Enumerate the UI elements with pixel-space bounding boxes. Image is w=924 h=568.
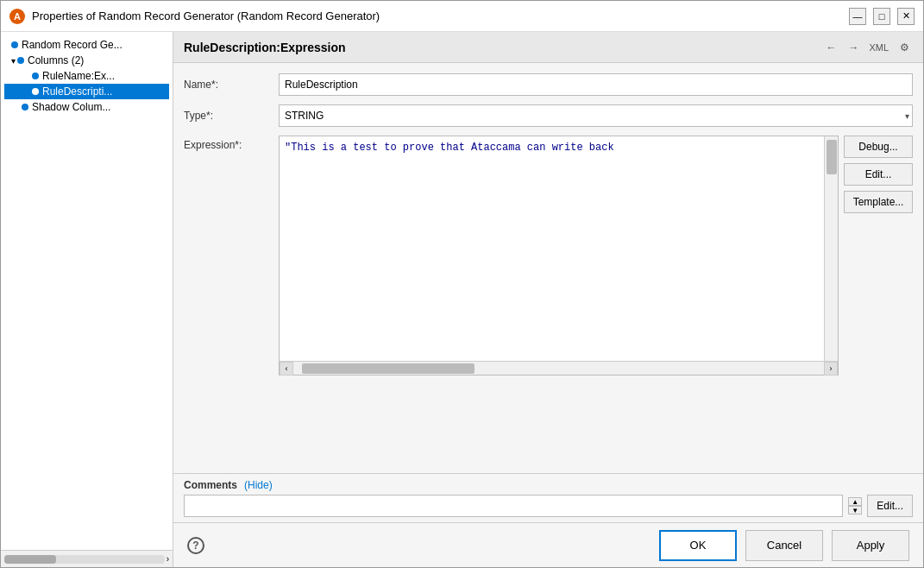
spinner-down-button[interactable]: ▼ [848, 506, 862, 514]
panel-title: RuleDescription:Expression [184, 41, 346, 54]
cancel-button[interactable]: Cancel [745, 530, 823, 561]
panel-header-icons: ← → XML ⚙ [822, 39, 913, 56]
expression-label: Expression*: [184, 136, 279, 151]
h-scroll-track[interactable] [293, 363, 824, 374]
tree-item-shadow-column[interactable]: Shadow Colum... [4, 99, 169, 115]
comments-label: Comments [184, 479, 237, 491]
comments-hide-link[interactable]: (Hide) [244, 479, 273, 491]
expression-buttons: Debug... Edit... Template... [844, 136, 913, 376]
tree-item-ruledescription[interactable]: RuleDescripti... [4, 84, 169, 99]
debug-button[interactable]: Debug... [844, 136, 913, 158]
scroll-left-arrow[interactable]: ‹ [280, 362, 293, 376]
name-label: Name*: [184, 79, 279, 91]
editor-scrollbar[interactable] [824, 136, 838, 361]
type-select-wrapper: STRING INTEGER FLOAT DATE BOOLEAN ▾ [279, 104, 913, 127]
template-button[interactable]: Template... [844, 191, 913, 213]
forward-icon[interactable]: → [845, 39, 862, 56]
tree-item-label: RuleName:Ex... [42, 70, 115, 82]
minimize-button[interactable]: — [849, 8, 866, 25]
h-scroll-wrapper: ‹ › [280, 361, 838, 375]
comments-section: Comments (Hide) ▲ ▼ Edit... [173, 473, 923, 522]
tree-area: Random Record Ge... ▾ Columns (2) RuleNa… [1, 32, 173, 550]
editor-scrollbar-thumb [827, 140, 837, 174]
edit-button[interactable]: Edit... [844, 163, 913, 186]
title-bar: A Properties of Random Record Generator … [1, 1, 923, 32]
form-area: Name*: Type*: STRING INTEGER FLOAT DATE … [173, 63, 923, 473]
main-window: A Properties of Random Record Generator … [0, 0, 924, 568]
tree-h-scrollbar[interactable] [4, 555, 165, 564]
expression-container: "This is a test to prove that Ataccama c… [279, 136, 913, 376]
tree-dot [11, 41, 18, 48]
ok-button[interactable]: OK [659, 530, 737, 561]
window-controls: — □ ✕ [849, 8, 915, 25]
comments-input-row: ▲ ▼ Edit... [184, 495, 913, 517]
maximize-button[interactable]: □ [873, 8, 890, 25]
tree-dot-selected [32, 88, 39, 95]
right-panel: RuleDescription:Expression ← → XML ⚙ Nam… [173, 32, 923, 567]
name-input[interactable] [279, 73, 913, 96]
expression-editor[interactable]: "This is a test to prove that Ataccama c… [280, 136, 824, 361]
name-row: Name*: [184, 73, 913, 96]
tree-item-columns[interactable]: ▾ Columns (2) [4, 53, 169, 68]
tree-arrow-columns: ▾ [11, 56, 16, 66]
tree-dot [22, 104, 28, 110]
type-select[interactable]: STRING INTEGER FLOAT DATE BOOLEAN [279, 104, 913, 127]
comments-header: Comments (Hide) [184, 479, 913, 491]
help-icon[interactable]: ? [187, 537, 204, 554]
tree-item-label: Random Record Ge... [22, 39, 123, 51]
settings-icon[interactable]: ⚙ [896, 39, 913, 56]
expression-row: Expression*: "This is a test to prove th… [184, 136, 913, 454]
tree-item-label: RuleDescripti... [42, 85, 112, 98]
xml-label: XML [869, 42, 889, 53]
scroll-right-arrow[interactable]: › [167, 554, 169, 564]
tree-item-label: Columns (2) [28, 54, 84, 66]
type-row: Type*: STRING INTEGER FLOAT DATE BOOLEAN… [184, 104, 913, 127]
tree-item-rulename[interactable]: RuleName:Ex... [4, 68, 169, 84]
left-panel: Random Record Ge... ▾ Columns (2) RuleNa… [1, 32, 173, 567]
footer-left: ? [187, 537, 204, 554]
app-icon: A [9, 9, 25, 24]
comments-spinners: ▲ ▼ [848, 497, 862, 514]
h-scroll-thumb [302, 363, 475, 374]
close-button[interactable]: ✕ [897, 8, 915, 25]
scroll-right-icon[interactable]: › [824, 362, 838, 376]
back-icon[interactable]: ← [822, 39, 839, 56]
tree-scrollbar-area: › [1, 550, 173, 567]
window-title: Properties of Random Record Generator (R… [32, 9, 849, 22]
tree-scrollbar-thumb [4, 555, 56, 564]
footer-buttons: OK Cancel Apply [659, 530, 909, 561]
main-content: Random Record Ge... ▾ Columns (2) RuleNa… [1, 32, 923, 567]
comments-input[interactable] [184, 495, 843, 517]
tree-item-random-record[interactable]: Random Record Ge... [4, 37, 169, 53]
tree-item-label: Shadow Colum... [32, 101, 110, 113]
spinner-up-button[interactable]: ▲ [848, 497, 862, 506]
tree-dot [17, 57, 24, 64]
panel-header: RuleDescription:Expression ← → XML ⚙ [173, 32, 923, 63]
comments-edit-button[interactable]: Edit... [867, 495, 913, 517]
apply-button[interactable]: Apply [832, 530, 909, 561]
type-label: Type*: [184, 110, 279, 122]
tree-dot [32, 73, 39, 79]
footer: ? OK Cancel Apply [173, 522, 923, 567]
